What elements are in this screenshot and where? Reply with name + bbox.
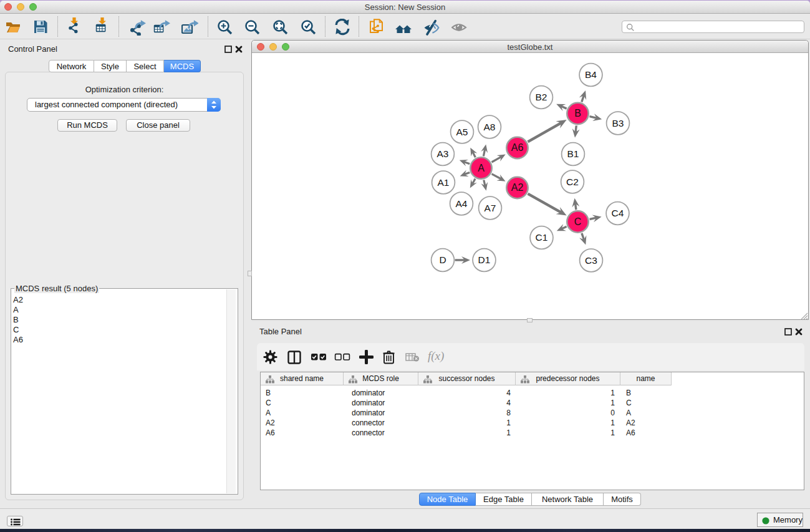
svg-text:A3: A3: [437, 148, 449, 159]
svg-text:C4: C4: [612, 208, 624, 218]
svg-text:A5: A5: [456, 127, 468, 137]
svg-text:D1: D1: [478, 254, 491, 265]
svg-text:C1: C1: [536, 232, 548, 243]
svg-text:D: D: [439, 254, 446, 265]
svg-text:A1: A1: [438, 177, 450, 188]
svg-text:B1: B1: [567, 148, 579, 159]
svg-text:A7: A7: [485, 203, 496, 213]
svg-text:A6: A6: [511, 142, 524, 153]
svg-text:B4: B4: [585, 69, 597, 80]
svg-text:A4: A4: [456, 198, 468, 209]
svg-text:B2: B2: [536, 92, 547, 102]
svg-text:C: C: [574, 216, 582, 227]
svg-text:A8: A8: [484, 122, 496, 132]
svg-text:A2: A2: [511, 182, 524, 193]
svg-text:C3: C3: [585, 255, 597, 266]
svg-text:C2: C2: [566, 177, 579, 187]
svg-text:B3: B3: [612, 118, 624, 128]
svg-text:A: A: [478, 163, 485, 173]
svg-text:B: B: [574, 108, 581, 118]
